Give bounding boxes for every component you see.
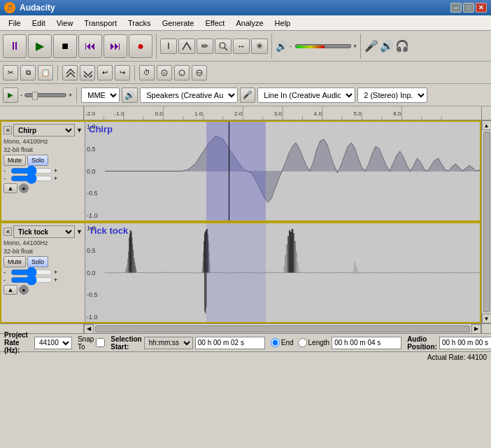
zoom-full-btn[interactable] <box>192 65 207 80</box>
selection-start-select[interactable]: hh:mm:ss <box>144 337 193 349</box>
selection-tool[interactable]: I <box>160 38 177 54</box>
chirp-waveform <box>105 122 480 220</box>
paste-button[interactable]: 📋 <box>38 65 53 80</box>
sep2 <box>134 65 135 80</box>
menu-help[interactable]: Help <box>269 18 297 29</box>
chirp-collapse-button[interactable]: ▲ <box>3 183 17 193</box>
zoom-fit-btn[interactable]: - <box>174 65 190 80</box>
redo-btn[interactable]: ↪ <box>115 65 130 80</box>
selection-end-input[interactable] <box>332 337 401 349</box>
time-ruler: -2.0 -1.0 0.0 1.0 2.0 3.0 4.0 5.0 6.0 <box>0 106 491 120</box>
copy-button[interactable]: ⧉ <box>20 65 36 80</box>
menu-analyze[interactable]: Analyze <box>230 18 269 29</box>
chirp-solo-button[interactable]: Solo <box>27 155 48 166</box>
chirp-close-button[interactable]: ✕ <box>3 126 12 134</box>
menu-transport[interactable]: Transport <box>78 18 122 29</box>
chirp-cursor <box>229 122 229 220</box>
menu-file[interactable]: File <box>3 18 27 29</box>
play-small-btn[interactable]: ▶ <box>3 88 18 103</box>
scroll-down-button[interactable]: ▼ <box>482 314 492 323</box>
vertical-scrollbar[interactable]: ▲ ▼ <box>481 120 491 323</box>
ticktock-name-select[interactable]: Tick tock <box>13 225 75 238</box>
horizontal-scrollbar[interactable]: ◀ ▶ <box>84 323 481 333</box>
audio-position-section: Audio Position: <box>407 335 491 351</box>
chirp-pan-slider[interactable] <box>10 176 52 181</box>
selection-start-input[interactable] <box>195 337 265 349</box>
snap-to-checkbox[interactable] <box>96 338 105 347</box>
multi-tool[interactable]: ✳ <box>251 38 268 54</box>
input-monitor: 🔊 - + <box>276 41 357 52</box>
maximize-button[interactable]: □ <box>463 3 474 13</box>
project-rate-label: Project Rate (Hz): <box>4 331 32 354</box>
zoom-in-btn[interactable] <box>62 65 78 80</box>
ticktock-name-row: ✕ Tick tock ▼ <box>3 225 83 238</box>
back-button[interactable]: ⏮ <box>78 34 102 58</box>
timeshift-tool[interactable]: ↔ <box>233 38 250 54</box>
undo-btn[interactable]: ↩ <box>97 65 113 80</box>
output-volume-icon: 🔊 <box>122 88 138 103</box>
record-button[interactable]: ● <box>129 34 152 58</box>
svg-text:4.0: 4.0 <box>314 111 322 118</box>
end-radio[interactable] <box>271 338 280 347</box>
envelope-tool[interactable] <box>178 38 195 54</box>
ticktock-info1: Mono, 44100Hz <box>3 239 83 246</box>
close-button[interactable]: ✕ <box>476 3 487 13</box>
ticktock-pan-plus: + <box>54 276 59 284</box>
timer-btn[interactable]: ⏱ <box>139 65 155 80</box>
chirp-record-button[interactable]: ● <box>19 183 29 193</box>
scroll-left-button[interactable]: ◀ <box>84 324 94 334</box>
scroll-up-button[interactable]: ▲ <box>482 120 492 130</box>
horizontal-scroll-row: ◀ ▶ <box>0 323 491 333</box>
menu-edit[interactable]: Edit <box>27 18 51 29</box>
ruler-scroll-corner <box>481 106 491 120</box>
menu-generate[interactable]: Generate <box>157 18 200 29</box>
scroll-thumb-h[interactable] <box>95 326 470 332</box>
zoom-tool[interactable] <box>215 38 232 54</box>
ticktock-solo-button[interactable]: Solo <box>27 256 48 267</box>
end-option[interactable]: End <box>271 338 294 347</box>
bottom-status-bar: Actual Rate: 44100 <box>0 351 491 363</box>
draw-tool[interactable]: ✏ <box>197 38 213 54</box>
ticktock-mute-button[interactable]: Mute <box>3 256 26 267</box>
chirp-btn-row: Mute Solo <box>3 155 83 166</box>
ticktock-menu-arrow[interactable]: ▼ <box>76 228 83 235</box>
menu-tracks[interactable]: Tracks <box>122 18 157 29</box>
output-device-select[interactable]: Speakers (Creative Aud... <box>140 88 238 103</box>
play-button[interactable]: ▶ <box>28 34 52 58</box>
scroll-thumb-v[interactable] <box>483 132 490 312</box>
minimize-button[interactable]: ─ <box>450 3 462 13</box>
menu-view[interactable]: View <box>51 18 79 29</box>
zoom-out-btn[interactable] <box>80 65 95 80</box>
project-rate-select[interactable]: 44100 <box>34 337 72 349</box>
sep <box>57 65 58 80</box>
input-device-select[interactable]: Line In (Creative AudioF... <box>257 88 355 103</box>
zoom-sel-btn[interactable]: + <box>157 65 172 80</box>
length-option[interactable]: Length <box>298 338 330 347</box>
clip-button[interactable]: ✂ <box>3 65 18 80</box>
ticktock-pan-row: - + <box>3 276 83 284</box>
channels-select[interactable]: 2 (Stereo) Inp... <box>357 88 427 103</box>
chirp-name-select[interactable]: Chirp <box>13 124 75 136</box>
chirp-canvas: Chirp 1.0 0.5 0.0 -0.5 -1.0 <box>85 122 480 220</box>
chirp-info2: 32-bit float <box>3 146 83 153</box>
length-radio[interactable] <box>298 338 307 347</box>
forward-button[interactable]: ⏭ <box>104 34 127 58</box>
ticktock-pan-slider[interactable] <box>10 277 52 283</box>
ticktock-record-button[interactable]: ● <box>19 285 29 295</box>
audio-position-input[interactable] <box>439 337 491 349</box>
snap-to-section: Snap To <box>78 335 105 351</box>
pause-button[interactable]: ⏸ <box>3 34 27 58</box>
chirp-gain-minus: - <box>3 167 9 174</box>
ticktock-close-button[interactable]: ✕ <box>3 227 12 236</box>
title-bar-controls[interactable]: ─ □ ✕ <box>450 3 487 13</box>
ticktock-collapse-button[interactable]: ▲ <box>3 285 17 295</box>
svg-text:3.0: 3.0 <box>274 111 283 118</box>
chirp-menu-arrow[interactable]: ▼ <box>76 127 83 134</box>
menu-effect[interactable]: Effect <box>200 18 231 29</box>
chirp-mute-button[interactable]: Mute <box>3 155 26 166</box>
ticktock-track: ✕ Tick tock ▼ Mono, 44100Hz 32-bit float… <box>0 222 481 323</box>
stop-button[interactable]: ■ <box>53 34 77 58</box>
gain-slider[interactable] <box>24 93 66 97</box>
scroll-right-button[interactable]: ▶ <box>471 324 481 334</box>
host-select[interactable]: MME <box>81 88 120 103</box>
